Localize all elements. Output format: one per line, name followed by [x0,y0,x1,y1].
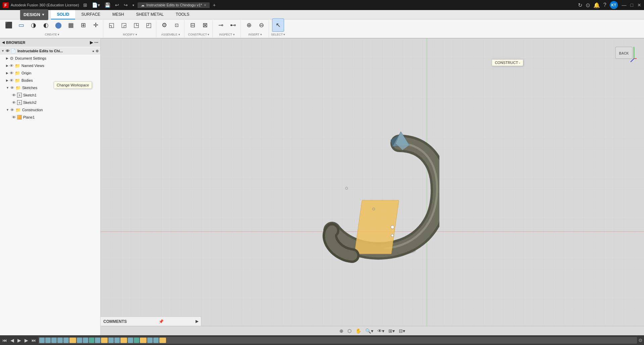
browser-item-sketch2[interactable]: 👁 S Sketch2 [0,99,100,106]
select-btn[interactable]: ↖ [272,18,284,32]
insert2-btn[interactable]: ⊖ [255,18,267,32]
tab-tools[interactable]: TOOLS [170,10,195,19]
timeline-item[interactable] [159,338,166,343]
browser-options-icon[interactable]: ⋯ [94,40,98,45]
named-views-chevron[interactable]: ▶ [6,64,8,67]
doc-title-tab[interactable]: ☁ Instructable Edits to Chindogu v1* × [138,2,210,8]
layout-btn[interactable]: ⊟▾ [397,328,407,334]
refresh-icon[interactable]: ↻ [578,2,582,8]
sketches-chevron[interactable]: ▼ [6,86,9,89]
file-menu-icon[interactable]: 📄▾ [91,2,101,8]
avatar[interactable]: KT [610,1,618,9]
origin-chevron[interactable]: ▶ [6,71,8,75]
timeline-item[interactable] [57,338,63,343]
extrude-btn[interactable]: ▭ [15,18,27,32]
doc-settings-btn[interactable]: ⚙ [95,49,99,53]
pan-btn[interactable]: ✋ [354,328,363,334]
view-cube[interactable]: BACK [610,45,637,72]
browser-item-plane1[interactable]: 👁 Plane1 [0,114,100,121]
new-component-btn[interactable]: ⬛ [3,18,15,32]
assemble-label[interactable]: ASSEMBLE ▾ [158,32,183,36]
tab-mesh[interactable]: MESH [106,10,130,19]
assemble2-btn[interactable]: ⊡ [171,18,183,32]
box-btn[interactable]: ▦ [65,18,77,32]
assemble1-btn[interactable]: ⚙ [158,18,170,32]
tl-next-btn[interactable]: ▶ [23,337,29,344]
bodies-chevron[interactable]: ▶ [6,79,8,82]
tab-sheet-metal[interactable]: SHEET METAL [130,10,170,19]
tl-play-prev-btn[interactable]: ⏮ [1,337,8,344]
timeline-item[interactable] [77,338,82,343]
maximize-btn[interactable]: □ [631,2,633,8]
new-tab-icon[interactable]: + [212,2,217,8]
timeline-item[interactable] [140,338,147,343]
close-btn[interactable]: ✕ [637,2,641,8]
save-icon[interactable]: 💾 [103,2,112,8]
doc-chevron[interactable]: ▼ [1,49,4,53]
tab-surface[interactable]: SURFACE [75,10,106,19]
timeline-item[interactable] [39,338,45,343]
orbit-btn[interactable]: ⊕ [338,328,345,334]
help-icon[interactable]: ? [603,2,606,8]
eye-origin[interactable]: 👁 [10,71,13,75]
browser-collapse-icon[interactable]: ◀ [2,41,5,44]
eye-bodies[interactable]: 👁 [10,78,13,82]
comments-collapse[interactable]: ▶ [196,319,198,324]
app-f-icon[interactable]: F [3,2,9,8]
tl-prev-btn[interactable]: ◀ [9,337,15,344]
grid-btn[interactable]: ⊞▾ [387,328,396,334]
timeline-item[interactable] [51,338,57,343]
move-btn[interactable]: ✛ [90,18,102,32]
browser-item-named-views[interactable]: ▶ 👁 📁 Named Views [0,62,100,69]
create-label[interactable]: CREATE ▾ [3,32,102,36]
eye-plane1[interactable]: 👁 [12,115,16,119]
tl-settings-btn[interactable]: ⚙ [638,338,643,343]
measure-btn[interactable]: ⊸ [215,18,227,32]
sweep-btn[interactable]: ◐ [40,18,52,32]
minimize-btn[interactable]: — [622,2,627,8]
tab-solid[interactable]: SOLID [51,10,75,19]
construction-chevron[interactable]: ▼ [6,108,9,112]
eye-sketch1[interactable]: 👁 [12,93,16,97]
modify-label[interactable]: MODIFY ▾ [105,32,155,36]
timeline-item[interactable] [101,338,108,343]
eye-sketches[interactable]: 👁 [10,86,14,90]
redo-icon[interactable]: ↪ [122,2,129,8]
chamfer-btn[interactable]: ◲ [118,18,130,32]
browser-item-sketch1[interactable]: 👁 S Sketch1 [0,91,100,99]
eye-named-views[interactable]: 👁 [10,64,13,68]
timeline-item[interactable] [45,338,51,343]
browser-expand-icon[interactable]: ▶ [90,40,93,45]
timeline-item[interactable] [89,338,94,343]
timeline-item[interactable] [108,338,114,343]
account-icon[interactable]: ⊙ [586,2,590,8]
timeline-item[interactable] [128,338,133,343]
eye-sketch2[interactable]: 👁 [12,100,16,105]
timeline-item[interactable] [120,338,127,343]
timeline-item[interactable] [153,338,159,343]
fillet-btn[interactable]: ◱ [105,18,117,32]
doc-radio-icon[interactable]: ● [92,49,95,53]
eye-construction[interactable]: 👁 [10,108,14,112]
sphere-btn[interactable]: ⬤ [52,18,64,32]
inspect-label[interactable]: INSPECT ▾ [215,32,239,36]
revolve-btn[interactable]: ◑ [28,18,40,32]
scale-btn[interactable]: ⊞ [77,18,89,32]
construct-label[interactable]: CONSTRUCT ▾ [186,32,211,36]
look-at-btn[interactable]: ⬡ [346,328,353,334]
eye-doc[interactable]: 👁 [6,49,9,53]
browser-item-construction[interactable]: ▼ 👁 📁 Construction [0,106,100,114]
viewport[interactable]: BACK CONSTRUCT - ⊕ ⬡ ✋ 🔍▾ 👁▾ ⊞▾ ⊟▾ COMME… [101,39,644,335]
insert-label[interactable]: INSERT ▾ [243,32,267,36]
zoom-btn[interactable]: 🔍▾ [364,328,375,334]
grid-menu-icon[interactable]: ⊞ [82,2,89,8]
timeline-item[interactable] [69,338,76,343]
undo-arrow[interactable]: ▾ [131,3,136,8]
browser-item-origin[interactable]: ▶ 👁 📁 Origin [0,69,100,77]
axis-btn[interactable]: ⊠ [199,18,211,32]
browser-item-doc[interactable]: ▼ 👁 📄 Instructable Edits to Chi... ● ⚙ [0,47,100,55]
inspect2-btn[interactable]: ⊷ [227,18,239,32]
timeline-item[interactable] [63,338,69,343]
timeline-item[interactable] [83,338,88,343]
tl-play-btn[interactable]: ▶ [16,337,22,344]
